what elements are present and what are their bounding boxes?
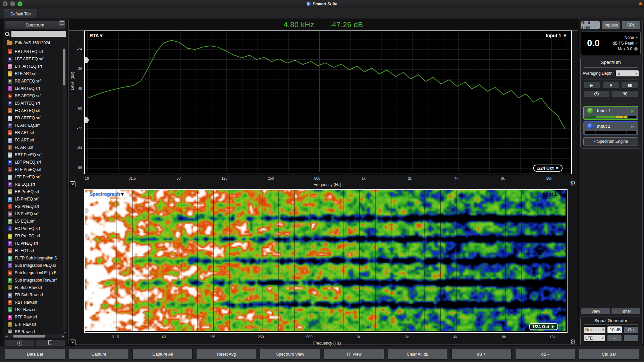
- max-reset-dot[interactable]: [634, 47, 638, 51]
- vertical-scrollbar[interactable]: [63, 48, 66, 330]
- scroll-left-icon[interactable]: ◀: [4, 335, 8, 338]
- generator-level-up-button[interactable]: +: [624, 335, 638, 342]
- reset-avg-button[interactable]: Reset Avg: [196, 349, 256, 360]
- timer-button[interactable]: [583, 90, 610, 97]
- file-item-rbt-raw-srf[interactable]: XRBT Raw.srf: [4, 299, 62, 306]
- file-item-rtf-preeq-srf[interactable]: XRTF PreEQ.srf: [4, 166, 62, 173]
- file-item-fr-pre-eq-srf[interactable]: XFR Pre EQ.srf: [4, 232, 62, 240]
- file-item-fr-art-srf[interactable]: XFR ART.srf: [4, 129, 62, 136]
- view-button[interactable]: View: [581, 308, 610, 314]
- file-item-lb-preeq-srf[interactable]: XLB PreEQ.srf: [4, 195, 62, 203]
- tab-default[interactable]: Default Tab: [4, 9, 37, 18]
- generator-level-value[interactable]: -10 dB: [607, 326, 622, 333]
- file-item-rbt-arteq-srf[interactable]: XRBT ARTEQ.srf: [4, 48, 62, 55]
- file-item-fr-sub-raw-srf[interactable]: XFR Sub Raw.srf: [4, 291, 62, 299]
- file-item-lbt-raw-srf[interactable]: XLBT Raw.srf: [4, 306, 62, 313]
- file-item-ls-arteq-srf[interactable]: XLS ARTEQ.srf: [4, 100, 62, 107]
- file-item-fc-pre-eq-srf[interactable]: XFC Pre EQ.srf: [4, 225, 62, 232]
- rta-close-button[interactable]: ✕: [70, 181, 75, 187]
- capture-all-button[interactable]: Capture All: [132, 349, 193, 360]
- spectrograph-pane[interactable]: Spectrograph▼ Input 1 ▼ 1/24 Oct ▼: [84, 189, 568, 333]
- file-item-sub-integration-raw-srf[interactable]: XSub Integration Raw.srf: [4, 277, 62, 284]
- ctrl-bar-button[interactable]: Ctrl Bar: [579, 349, 639, 360]
- data-bar-button[interactable]: Data Bar: [5, 349, 65, 360]
- file-item-rb-eq1-srf[interactable]: XRB EQ1.srf: [4, 181, 62, 188]
- file-item-fl-eq1-srf[interactable]: XFL EQ1.srf: [4, 247, 62, 254]
- file-item-rtf-raw-srf[interactable]: XRTF Raw.srf: [4, 313, 62, 321]
- file-item-fl-preeq-srf[interactable]: XFL PreEQ.srf: [4, 240, 62, 247]
- mode-button-impulse[interactable]: Impulse: [601, 21, 621, 29]
- spectrograph-close-button[interactable]: ✕: [70, 340, 75, 345]
- file-item-sub-integrationl-fl-f[interactable]: XSub Integrationl FL(-) F: [4, 269, 62, 277]
- file-item-rb-arteq-srf[interactable]: XRB ARTEQ.srf: [4, 77, 62, 85]
- scroll-down-icon[interactable]: ▾: [64, 331, 66, 334]
- sidebar-menu-icon[interactable]: [59, 20, 65, 25]
- file-item-rb-raw-srf[interactable]: XRB Raw.srf: [4, 328, 62, 333]
- rta-settings-gear-icon[interactable]: ⚙: [570, 180, 576, 187]
- input-2-play-icon[interactable]: ▶: [631, 124, 634, 129]
- meter-unit-dropdown[interactable]: dB FS Peak▾: [605, 41, 638, 46]
- file-item-fr-arteq-srf[interactable]: XFR ARTEQ.srf: [4, 114, 62, 122]
- file-item-lbt-preeq-srf[interactable]: XLBT PreEQ.srf: [4, 159, 62, 166]
- file-item-rb-preeq-srf[interactable]: XRB PreEQ.srf: [4, 188, 62, 195]
- generator-type-select[interactable]: Noise▾: [583, 326, 606, 333]
- file-item-rtf-art-srf[interactable]: XRTF ART.srf: [4, 70, 62, 77]
- file-item-fl-art-srf[interactable]: XFL ART.srf: [4, 144, 62, 151]
- stop-button[interactable]: ■: [602, 82, 620, 88]
- file-item-ls-preeq-srf[interactable]: XLS PreEQ.srf: [4, 210, 62, 218]
- tf-view-button[interactable]: TF View: [324, 349, 384, 360]
- generator-routing-select[interactable]: LFE▾: [583, 335, 605, 342]
- mode-button-real-time[interactable]: Real Time: [581, 21, 600, 29]
- add-spectrum-engine-button[interactable]: + Spectrum Engine: [583, 137, 638, 145]
- input-1-row[interactable]: Input 1 ▶: [583, 106, 638, 120]
- tools-button[interactable]: ⚒: [612, 90, 638, 97]
- db-button[interactable]: dB -: [515, 349, 575, 360]
- file-item-rs-preeq-srf[interactable]: XRS PreEQ.srf: [4, 203, 62, 210]
- db-button[interactable]: dB +: [451, 349, 512, 360]
- file-item-fc-arteq-srf[interactable]: XFC ARTEQ.srf: [4, 107, 62, 114]
- file-item-rs-arteq-srf[interactable]: XRS ARTEQ.srf: [4, 92, 62, 100]
- rta-pane[interactable]: RTA▼ Input 1 ▼ 1/24 Oct ▼: [84, 31, 572, 174]
- pause-button[interactable]: ▮▮: [621, 82, 638, 88]
- generator-on-button[interactable]: On: [624, 326, 638, 333]
- info-button[interactable]: i: [4, 340, 35, 346]
- input-2-row[interactable]: Input 2 ▶: [583, 121, 638, 135]
- rta-x-axis-label: Frequency (Hz): [314, 182, 341, 187]
- rta-type-dropdown[interactable]: RTA▼: [90, 33, 104, 38]
- rta-banding-dropdown[interactable]: 1/24 Oct ▼: [533, 165, 562, 172]
- file-item-sub-integration-peq-sr[interactable]: XSub Integration PEQ.sr: [4, 262, 62, 269]
- timer-tab-button[interactable]: Timer: [611, 308, 641, 314]
- mode-button-spl[interactable]: SPL: [622, 21, 641, 29]
- meter-source-dropdown[interactable]: None▾: [605, 35, 638, 40]
- capture-button[interactable]: Capture: [69, 349, 129, 360]
- play-button[interactable]: ▶: [583, 82, 600, 88]
- rta-input-dropdown[interactable]: Input 1 ▼: [546, 33, 567, 38]
- spectrograph-input-dropdown[interactable]: Input 1 ▼: [541, 191, 563, 197]
- delete-button[interactable]: [35, 340, 65, 346]
- spectrum-view-button[interactable]: Spectrum View: [260, 349, 320, 360]
- spectrograph-type-dropdown[interactable]: Spectrograph▼: [90, 191, 125, 197]
- generator-level-down-button[interactable]: -: [607, 335, 622, 342]
- spectrograph-banding-dropdown[interactable]: 1/24 Oct ▼: [529, 323, 558, 330]
- file-item-fl-sub-raw-srf[interactable]: XFL Sub Raw.srf: [4, 284, 62, 291]
- scroll-right-icon[interactable]: ▶: [61, 335, 65, 338]
- horizontal-scrollbar[interactable]: ◀ ▶: [4, 334, 65, 338]
- file-item-ltf-arteq-srf[interactable]: XLTF ARTEQ.srf: [4, 63, 62, 70]
- input-1-play-icon[interactable]: ▶: [631, 108, 634, 113]
- file-item-ltf-preeq-srf[interactable]: XLTF PreEQ.srf: [4, 173, 62, 181]
- clear-all-db-button[interactable]: Clear All dB: [388, 349, 448, 360]
- file-item-fl-arteq-srf[interactable]: XFL ARTEQ.srf: [4, 122, 62, 129]
- search-input[interactable]: [11, 31, 66, 37]
- folder-row[interactable]: Erik-AVS 16012024: [5, 40, 65, 47]
- file-item-fc-art-srf[interactable]: XFC ART.srf: [4, 136, 62, 144]
- file-item-flfr-sub-integration-s[interactable]: XFLFR Sub Integration S: [4, 254, 62, 262]
- horizontal-scrollbar-thumb[interactable]: [13, 335, 45, 338]
- file-item-lbt-art-eq-srf[interactable]: XLBT ART EQ.srf: [4, 55, 62, 63]
- file-item-ltf-raw-srf[interactable]: XLTF Raw.srf: [4, 321, 62, 328]
- vertical-scrollbar-thumb[interactable]: [63, 49, 65, 85]
- file-item-lb-arteq-srf[interactable]: XLB ARTEQ.srf: [4, 85, 62, 92]
- file-item-rbt-preeq-srf[interactable]: XRBT PreEQ.srf: [4, 151, 62, 159]
- file-item-ls-eq1-srf[interactable]: XLS EQ1.srf: [4, 218, 62, 225]
- spectrograph-settings-gear-icon[interactable]: ⚙: [570, 338, 576, 345]
- averaging-depth-select[interactable]: 6▾: [615, 70, 639, 77]
